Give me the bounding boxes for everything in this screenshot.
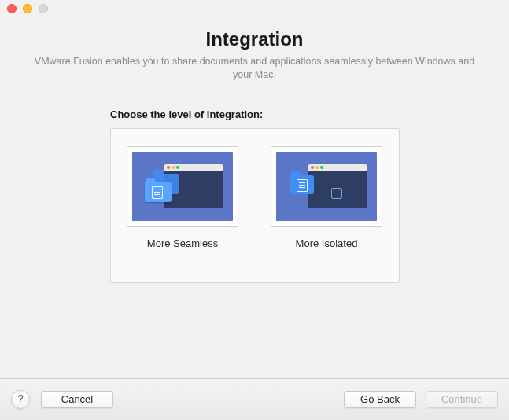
shared-docs-icon	[145, 171, 183, 208]
page-title: Integration	[0, 28, 509, 50]
window-close-button[interactable]	[7, 4, 17, 13]
footer-bar: ? Cancel Go Back Continue	[0, 378, 509, 420]
option-more-isolated[interactable]: More Isolated	[267, 146, 385, 249]
integration-options: More Seamless	[110, 128, 400, 283]
installer-window: Integration VMware Fusion enables you to…	[0, 0, 509, 420]
vm-content-icon	[331, 188, 342, 199]
seamless-thumbnail	[127, 146, 238, 227]
option-isolated-label: More Isolated	[267, 238, 385, 249]
section-prompt: Choose the level of integration:	[110, 109, 509, 120]
go-back-button[interactable]: Go Back	[344, 391, 416, 408]
titlebar	[0, 0, 509, 17]
window-minimize-button[interactable]	[23, 4, 32, 13]
option-seamless-label: More Seamless	[124, 238, 242, 249]
host-folder-icon	[290, 175, 314, 194]
continue-button: Continue	[426, 391, 498, 408]
option-more-seamless[interactable]: More Seamless	[124, 146, 242, 249]
cancel-button[interactable]: Cancel	[41, 391, 113, 408]
isolated-thumbnail	[271, 146, 382, 227]
help-button[interactable]: ?	[11, 390, 30, 409]
content-area: Integration VMware Fusion enables you to…	[0, 17, 509, 378]
page-subtitle: VMware Fusion enables you to share docum…	[25, 55, 484, 82]
window-zoom-button	[39, 4, 48, 13]
